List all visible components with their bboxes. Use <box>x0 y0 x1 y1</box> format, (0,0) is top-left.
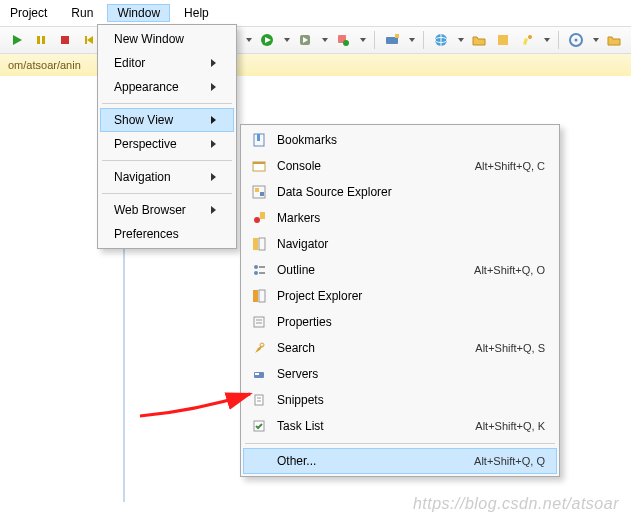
svg-rect-29 <box>255 188 259 192</box>
new-server-icon[interactable] <box>383 31 401 49</box>
run-config-icon[interactable] <box>296 31 314 49</box>
svg-point-35 <box>254 265 258 269</box>
open-folder-icon[interactable] <box>470 31 488 49</box>
menu-web-browser[interactable]: Web Browser <box>100 198 234 222</box>
markers-icon <box>251 210 267 226</box>
svg-point-37 <box>254 271 258 275</box>
search-icon <box>251 340 267 356</box>
svg-point-23 <box>575 39 578 42</box>
url-bar: om/atsoar/anin <box>0 54 631 76</box>
view-search[interactable]: Search Alt+Shift+Q, S <box>243 335 557 361</box>
svg-marker-0 <box>13 35 22 45</box>
svg-point-14 <box>343 40 349 46</box>
svg-rect-40 <box>259 290 265 302</box>
properties-icon <box>251 314 267 330</box>
navigator-icon <box>251 236 267 252</box>
view-outline[interactable]: Outline Alt+Shift+Q, O <box>243 257 557 283</box>
submenu-arrow-icon <box>211 140 216 148</box>
svg-rect-27 <box>253 162 265 164</box>
svg-rect-41 <box>254 317 264 327</box>
svg-rect-25 <box>257 134 260 141</box>
menu-navigation[interactable]: Navigation <box>100 165 234 189</box>
svg-rect-4 <box>85 36 87 44</box>
svg-rect-33 <box>253 238 258 250</box>
highlight-icon[interactable] <box>518 31 536 49</box>
svg-point-21 <box>528 35 532 39</box>
view-markers[interactable]: Markers <box>243 205 557 231</box>
external-tools-icon[interactable] <box>334 31 352 49</box>
run-icon[interactable] <box>8 31 26 49</box>
menu-editor[interactable]: Editor <box>100 51 234 75</box>
menu-preferences[interactable]: Preferences <box>100 222 234 246</box>
svg-marker-5 <box>87 36 93 44</box>
svg-rect-30 <box>260 192 264 196</box>
view-project-explorer[interactable]: Project Explorer <box>243 283 557 309</box>
folder2-icon[interactable] <box>605 31 623 49</box>
svg-rect-2 <box>42 36 45 44</box>
view-properties[interactable]: Properties <box>243 309 557 335</box>
submenu-arrow-icon <box>211 83 216 91</box>
stop-icon[interactable] <box>56 31 74 49</box>
submenu-arrow-icon <box>211 206 216 214</box>
submenu-arrow-icon <box>211 173 216 181</box>
window-menu-dropdown: New Window Editor Appearance Show View P… <box>97 24 237 249</box>
svg-rect-20 <box>498 35 508 45</box>
submenu-arrow-icon <box>211 116 216 124</box>
play-green-icon[interactable] <box>258 31 276 49</box>
watermark: https://blog.csdn.net/atsoar <box>413 495 619 513</box>
menubar: Project Run Window Help <box>0 0 631 26</box>
svg-rect-15 <box>386 37 398 44</box>
svg-rect-34 <box>259 238 265 250</box>
svg-rect-36 <box>259 266 265 268</box>
outline-icon <box>251 262 267 278</box>
svg-rect-31 <box>260 212 265 219</box>
svg-point-32 <box>254 217 260 223</box>
pause-icon[interactable] <box>32 31 50 49</box>
console-icon <box>251 158 267 174</box>
view-tasklist[interactable]: Task List Alt+Shift+Q, K <box>243 413 557 439</box>
menu-perspective[interactable]: Perspective <box>100 132 234 156</box>
toolbar <box>0 26 631 54</box>
view-servers[interactable]: Servers <box>243 361 557 387</box>
nav-icon[interactable] <box>567 31 585 49</box>
servers-icon <box>251 366 267 382</box>
view-other[interactable]: Other... Alt+Shift+Q, Q <box>243 448 557 474</box>
prev-icon[interactable] <box>80 31 98 49</box>
view-snippets[interactable]: Snippets <box>243 387 557 413</box>
menu-show-view[interactable]: Show View <box>100 108 234 132</box>
view-bookmarks[interactable]: Bookmarks <box>243 127 557 153</box>
svg-rect-46 <box>255 373 259 375</box>
menu-new-window[interactable]: New Window <box>100 27 234 51</box>
svg-rect-39 <box>253 290 258 302</box>
show-view-submenu: Bookmarks Console Alt+Shift+Q, C Data So… <box>240 124 560 477</box>
annotation-arrow <box>135 386 265 429</box>
save-icon-2[interactable] <box>494 31 512 49</box>
bookmark-icon <box>251 132 267 148</box>
project-explorer-icon <box>251 288 267 304</box>
menu-window[interactable]: Window <box>107 4 170 22</box>
svg-rect-16 <box>395 34 399 38</box>
svg-rect-38 <box>259 272 265 274</box>
submenu-arrow-icon <box>211 59 216 67</box>
svg-rect-3 <box>61 36 69 44</box>
view-console[interactable]: Console Alt+Shift+Q, C <box>243 153 557 179</box>
view-datasource[interactable]: Data Source Explorer <box>243 179 557 205</box>
menu-help[interactable]: Help <box>174 4 219 22</box>
datasource-icon <box>251 184 267 200</box>
menu-run[interactable]: Run <box>61 4 103 22</box>
view-navigator[interactable]: Navigator <box>243 231 557 257</box>
web-icon[interactable] <box>432 31 450 49</box>
svg-rect-1 <box>37 36 40 44</box>
menu-project[interactable]: Project <box>0 4 57 22</box>
menu-appearance[interactable]: Appearance <box>100 75 234 99</box>
